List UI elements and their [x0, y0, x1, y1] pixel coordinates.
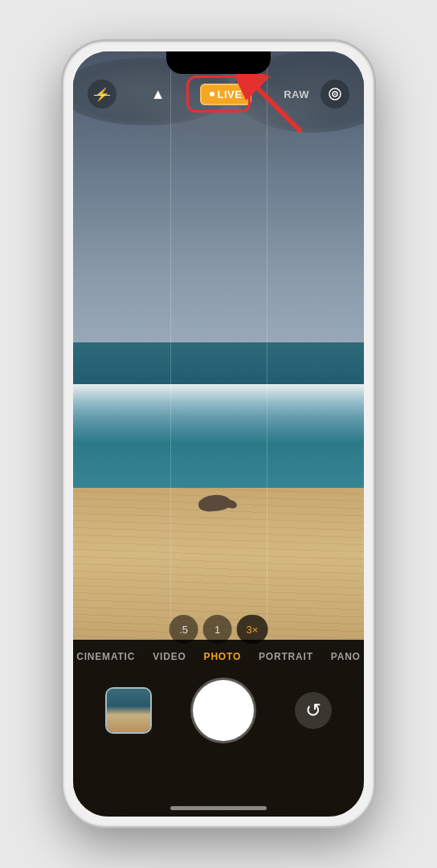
mode-portrait[interactable]: PORTRAIT [259, 651, 313, 662]
chevron-up-icon: ▲ [151, 87, 165, 101]
live-photo-setting-button[interactable] [321, 80, 349, 108]
notch [166, 51, 271, 74]
bottom-tray: CINEMATIC VIDEO PHOTO PORTRAIT PANO ↺ [73, 640, 364, 817]
live-label: LIVE [218, 88, 243, 100]
phone-screen: ⚡ ▲ LIVE RAW [73, 51, 364, 817]
flash-icon: ⚡ [94, 87, 110, 102]
top-controls: ⚡ ▲ LIVE RAW [73, 80, 364, 108]
power-button[interactable] [374, 227, 375, 291]
ocean-area [73, 342, 364, 510]
shutter-area: ↺ [73, 680, 364, 741]
shutter-button[interactable] [193, 680, 254, 741]
zoom-half-label: .5 [179, 624, 188, 636]
flash-button[interactable]: ⚡ [88, 80, 116, 108]
top-right-controls: RAW [279, 80, 349, 108]
mode-video[interactable]: VIDEO [153, 651, 186, 662]
phone-frame: ⚡ ▲ LIVE RAW [62, 40, 375, 828]
live-photo-badge[interactable]: LIVE [200, 84, 252, 105]
mode-photo[interactable]: PHOTO [204, 651, 241, 662]
zoom-1x-label: 1 [214, 624, 220, 636]
thumbnail-image [107, 689, 150, 732]
mode-pano[interactable]: PANO [331, 651, 361, 662]
mode-selector: CINEMATIC VIDEO PHOTO PORTRAIT PANO [73, 651, 364, 662]
mode-toggle-button[interactable]: ▲ [144, 80, 173, 108]
zoom-3x-label: 3× [247, 624, 259, 636]
flip-icon: ↺ [305, 699, 321, 722]
photo-thumbnail[interactable] [105, 687, 152, 734]
volume-up-button[interactable] [62, 219, 63, 267]
home-indicator[interactable] [170, 806, 267, 810]
mode-cinematic[interactable]: CINEMATIC [76, 651, 135, 662]
wave [73, 384, 364, 443]
volume-down-button[interactable] [62, 279, 63, 327]
svg-point-2 [334, 93, 336, 95]
live-dot [210, 92, 214, 96]
live-circles-icon [328, 87, 342, 101]
raw-button[interactable]: RAW [279, 85, 314, 104]
flip-camera-button[interactable]: ↺ [295, 692, 332, 729]
